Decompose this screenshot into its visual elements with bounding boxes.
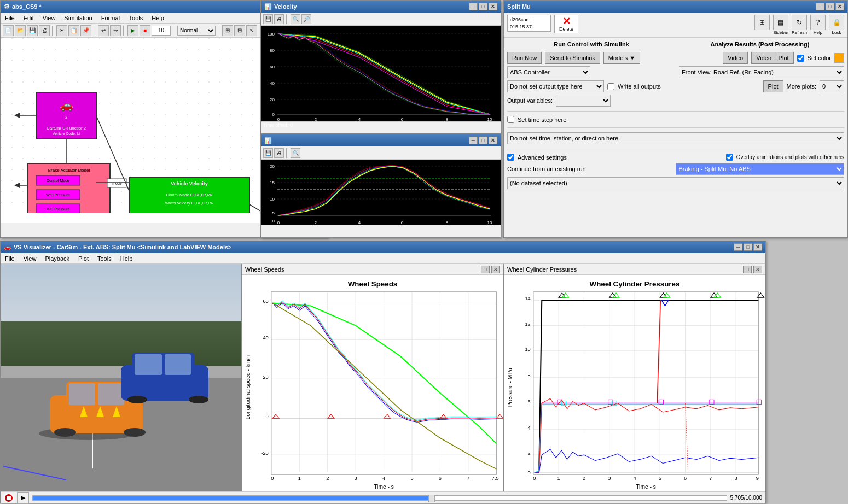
fit-icon[interactable]: ⤡	[246, 25, 257, 36]
vsvis-progress-fill	[33, 496, 428, 500]
velocity2-window: 📊 ─ □ ✕ 💾 🖨 🔍 20 15 10 5 0 0 2 4 6 8 10	[260, 134, 501, 238]
vel2-minimize[interactable]: ─	[469, 137, 478, 144]
vsvis-close[interactable]: ✕	[753, 243, 762, 251]
sm-title: Split Mu	[507, 3, 531, 10]
sm-settime-check[interactable]	[507, 116, 514, 123]
zoom2-icon[interactable]: ⊟	[234, 25, 245, 36]
vsvis-wcp-panel: Wheel Cylinder Pressures □ ✕ Wheel Cylin…	[503, 264, 765, 491]
sm-outvars-select[interactable]	[556, 95, 611, 107]
vsvis-wcp-expand[interactable]: □	[743, 266, 752, 273]
sm-row2: ABS Controller Front View, Road Ref. (Rr…	[507, 66, 844, 78]
stop-icon[interactable]: ■	[140, 25, 150, 36]
menu-tools[interactable]: Tools	[127, 15, 146, 21]
sm-minimize[interactable]: ─	[816, 3, 824, 10]
vsvis-progress-handle[interactable]	[428, 495, 435, 502]
sim-mode-select[interactable]: Normal	[177, 26, 216, 36]
sm-timestation-select[interactable]: Do not set time, station, or direction h…	[507, 132, 844, 144]
vsvis-menu-playback[interactable]: Playback	[43, 255, 72, 262]
menu-help[interactable]: Help	[149, 15, 166, 21]
x2-6: 6	[401, 220, 404, 225]
vsvis-menu-plot[interactable]: Plot	[76, 255, 91, 262]
sm-overlay-check[interactable]	[726, 154, 733, 161]
sm-view-select[interactable]: Front View, Road Ref. (Rr. Facing)	[679, 66, 844, 78]
redo-icon[interactable]: ↪	[110, 25, 121, 36]
vsvis-menu-help[interactable]: Help	[118, 255, 135, 262]
vel2-maximize[interactable]: □	[479, 137, 487, 144]
y2-0: 0	[272, 219, 275, 224]
paste-icon[interactable]: 📌	[80, 25, 91, 36]
sm-send-simulink-btn[interactable]: Send to Simulink	[545, 52, 600, 64]
menu-view[interactable]: View	[40, 15, 58, 21]
zoom-icon[interactable]: ⊞	[222, 25, 233, 36]
vel-minimize[interactable]: ─	[469, 3, 478, 10]
vsvis-wcp-close[interactable]: ✕	[753, 266, 762, 273]
vsvis-time-display: 5.705/10.000	[730, 495, 762, 501]
vel2-close[interactable]: ✕	[489, 137, 497, 144]
sm-output-type-select[interactable]: Do not set output type here	[507, 80, 604, 92]
new-icon[interactable]: 📄	[3, 25, 14, 36]
play-icon[interactable]: ▶	[127, 25, 138, 36]
sm-write-all-check[interactable]	[607, 83, 614, 90]
vsvis-minimize[interactable]: ─	[734, 243, 742, 251]
sm-sidebar-icon[interactable]: ▤	[773, 15, 788, 30]
menu-file[interactable]: File	[3, 15, 17, 21]
cut-icon[interactable]: ✂	[56, 25, 67, 36]
vel-print-icon[interactable]: 🖨	[274, 14, 284, 24]
vsvis-progress-bar[interactable]	[32, 495, 727, 501]
sm-run-now-btn[interactable]: Run Now	[507, 52, 542, 64]
vel-save-icon[interactable]: 💾	[263, 14, 273, 24]
sm-delete-button[interactable]: ✕ Delete	[554, 15, 578, 33]
menu-edit[interactable]: Edit	[21, 15, 36, 21]
splitmu-window: Split Mu ─ □ ✕ d296cac... 015 15:37 ✕ De…	[503, 0, 848, 238]
menu-format[interactable]: Format	[99, 15, 123, 21]
vsvis-ws-expand[interactable]: □	[481, 266, 490, 273]
orange-rear-window	[98, 383, 124, 405]
vsvis-menu-view[interactable]: View	[21, 255, 39, 262]
menu-simulation[interactable]: Simulation	[62, 15, 94, 21]
undo-icon[interactable]: ↩	[98, 25, 109, 36]
sm-row6: Do not set time, station, or direction h…	[507, 132, 844, 144]
vsvis-maximize[interactable]: □	[744, 243, 752, 251]
control-mode-label: Control Mode	[47, 179, 69, 183]
vel-zoom2-icon[interactable]: 🔎	[301, 14, 311, 24]
vel2-zoom-icon[interactable]: 🔍	[291, 148, 300, 158]
vel-close[interactable]: ✕	[489, 3, 497, 10]
orange-wheel-fr	[124, 428, 146, 437]
sm-models-btn[interactable]: Models ▼	[603, 52, 640, 64]
vsvis-menu-tools[interactable]: Tools	[95, 255, 114, 262]
sm-lock-icon[interactable]: 🔒	[829, 15, 844, 30]
vel-chart: 100 80 60 40 20 0 0 2 4 6 8 10	[261, 26, 501, 121]
sm-video-btn[interactable]: Video	[723, 52, 748, 64]
sm-sidebar-btn[interactable]: ⊞	[754, 15, 770, 30]
sim-time-input[interactable]	[152, 26, 171, 36]
vsvis-ws-close[interactable]: ✕	[491, 266, 500, 273]
copy-icon[interactable]: 📋	[68, 25, 79, 36]
vel-maximize[interactable]: □	[479, 3, 487, 10]
vel2-save-icon[interactable]: 💾	[263, 148, 273, 158]
sm-maximize[interactable]: □	[826, 3, 834, 10]
sm-controller-select[interactable]: ABS Controller	[507, 66, 590, 78]
sm-braking-select[interactable]: Braking - Split Mu: No ABS	[676, 163, 844, 175]
print-icon[interactable]: 🖨	[39, 25, 50, 36]
titlebar-left: ⚙ abs_CS9 *	[4, 3, 42, 10]
vel2-print-icon[interactable]: 🖨	[274, 148, 284, 158]
sm-more-plots-select[interactable]: 0	[820, 80, 844, 92]
open-icon[interactable]: 📂	[15, 25, 26, 36]
sm-setcolor-check[interactable]	[797, 55, 804, 62]
sm-refresh-icon[interactable]: ↻	[792, 15, 807, 30]
ws-x-label: Time - s	[374, 484, 394, 490]
sm-color-swatch[interactable]	[834, 53, 844, 63]
sm-plot-btn[interactable]: Plot	[763, 80, 783, 92]
sm-help-icon[interactable]: ?	[810, 15, 826, 30]
sm-dataset-select[interactable]: (No dataset selected)	[507, 177, 844, 189]
sm-close[interactable]: ✕	[835, 3, 844, 10]
sm-row1: Run Now Send to Simulink Models ▼ Video …	[507, 52, 844, 64]
vel2-sep1	[286, 148, 288, 158]
sm-advanced-check[interactable]	[507, 154, 514, 161]
vsvis-stop-btn[interactable]	[4, 493, 14, 503]
vel-zoom-icon[interactable]: 🔍	[291, 14, 300, 24]
save-icon[interactable]: 💾	[27, 25, 38, 36]
sm-videoplot-btn[interactable]: Video + Plot	[751, 52, 793, 64]
vsvis-play-btn[interactable]: ▶	[17, 492, 29, 504]
vsvis-menu-file[interactable]: File	[3, 255, 17, 262]
